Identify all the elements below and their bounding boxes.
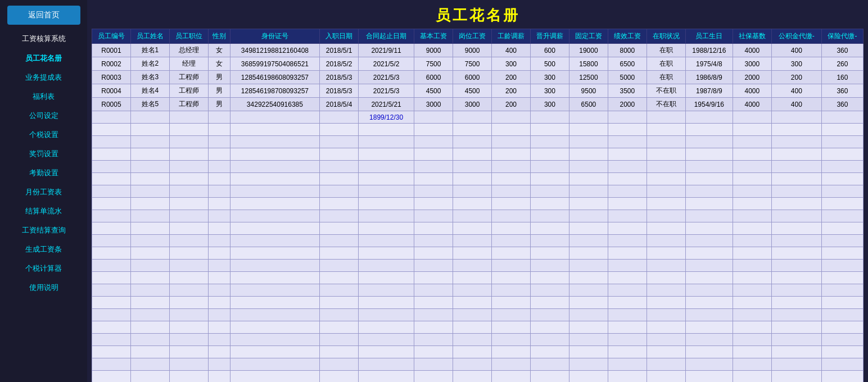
table-cell-empty xyxy=(92,284,131,297)
sidebar-item-3[interactable]: 公司设定 xyxy=(7,107,80,125)
table-cell-empty xyxy=(685,185,733,198)
table-cell-empty xyxy=(530,260,569,272)
sidebar-item-12[interactable]: 使用说明 xyxy=(7,279,80,297)
table-cell-empty xyxy=(359,198,414,210)
table-cell-empty xyxy=(208,124,230,136)
table-cell-empty xyxy=(608,309,647,321)
table-row-empty xyxy=(92,210,864,222)
table-cell: 总经理 xyxy=(169,44,208,57)
table-cell-empty xyxy=(130,247,169,260)
table-cell-empty xyxy=(530,161,569,173)
table-row-empty xyxy=(92,297,864,309)
sidebar-item-2[interactable]: 福利表 xyxy=(7,88,80,106)
table-cell-empty xyxy=(130,198,169,210)
title-bar: 员工花名册 xyxy=(87,0,868,29)
table-cell: 3000 xyxy=(733,57,771,71)
table-cell-empty xyxy=(169,136,208,148)
table-row[interactable]: R0004姓名4工程师男1285461987080932572018/5/320… xyxy=(92,84,864,98)
table-cell-empty xyxy=(414,358,453,371)
table-row[interactable]: R0005姓名5工程师男3429225409163852018/5/42021/… xyxy=(92,98,864,111)
table-wrapper[interactable]: 员工编号员工姓名员工职位性别身份证号入职日期合同起止日期基本工资岗位工资工龄调薪… xyxy=(87,29,868,382)
table-cell: 368599197504086521 xyxy=(230,57,319,71)
table-cell-empty xyxy=(821,346,863,358)
table-cell-empty xyxy=(569,185,608,198)
table-cell-empty xyxy=(569,247,608,260)
table-cell-empty xyxy=(169,260,208,272)
table-cell: 9500 xyxy=(569,84,608,98)
table-cell-empty xyxy=(453,222,492,235)
table-cell-empty xyxy=(530,334,569,346)
table-cell-empty xyxy=(733,136,771,148)
table-row-empty xyxy=(92,148,864,161)
table-cell: 男 xyxy=(208,71,230,84)
table-row[interactable]: R0001姓名1总经理女3498121988121604082018/5/120… xyxy=(92,44,864,57)
table-cell-empty xyxy=(647,321,685,334)
table-cell-empty xyxy=(492,260,531,272)
table-row[interactable]: R0002姓名2经理女3685991975040865212018/5/2202… xyxy=(92,57,864,71)
table-cell-empty xyxy=(733,173,771,185)
col-header-13: 在职状况 xyxy=(647,29,685,44)
table-cell: 男 xyxy=(208,84,230,98)
sidebar-item-8[interactable]: 结算单流水 xyxy=(7,202,80,220)
sidebar-item-9[interactable]: 工资结算查询 xyxy=(7,221,80,239)
table-row-empty xyxy=(92,272,864,284)
table-cell-empty xyxy=(359,210,414,222)
table-cell-empty xyxy=(821,148,863,161)
table-cell-empty xyxy=(230,173,319,185)
table-cell-empty xyxy=(492,161,531,173)
table-cell-empty xyxy=(530,346,569,358)
table-cell-empty xyxy=(771,185,821,198)
table-cell-empty xyxy=(771,358,821,371)
table-cell-empty xyxy=(414,309,453,321)
table-cell: 1987/8/9 xyxy=(685,84,733,98)
table-cell-empty xyxy=(771,371,821,383)
table-row-special: 1899/12/30 xyxy=(92,111,864,124)
table-cell-empty xyxy=(821,136,863,148)
table-cell-empty xyxy=(685,198,733,210)
sidebar-item-10[interactable]: 生成工资条 xyxy=(7,240,80,258)
table-cell-empty xyxy=(821,358,863,371)
table-cell-empty xyxy=(492,148,531,161)
table-cell-empty xyxy=(169,321,208,334)
table-cell: 1986/8/9 xyxy=(685,71,733,84)
table-cell-empty xyxy=(530,136,569,148)
table-cell-empty xyxy=(92,260,131,272)
table-cell-empty xyxy=(530,198,569,210)
col-header-10: 晋升调薪 xyxy=(530,29,569,44)
table-cell-empty xyxy=(608,124,647,136)
table-cell-empty xyxy=(208,247,230,260)
sidebar-item-4[interactable]: 个税设置 xyxy=(7,126,80,144)
table-cell: 128546198608093257 xyxy=(230,71,319,84)
home-button[interactable]: 返回首页 xyxy=(7,6,80,25)
sidebar-item-5[interactable]: 奖罚设置 xyxy=(7,145,80,163)
table-cell-empty xyxy=(92,222,131,235)
sidebar-item-11[interactable]: 个税计算器 xyxy=(7,260,80,278)
table-cell-empty xyxy=(359,260,414,272)
table-cell-empty xyxy=(208,309,230,321)
sidebar-item-6[interactable]: 考勤设置 xyxy=(7,164,80,182)
table-cell-empty xyxy=(92,334,131,346)
sidebar-item-1[interactable]: 业务提成表 xyxy=(7,69,80,87)
table-cell-empty xyxy=(821,222,863,235)
table-cell-empty xyxy=(130,272,169,284)
table-row[interactable]: R0003姓名3工程师男1285461986080932572018/5/320… xyxy=(92,71,864,84)
col-header-16: 公积金代缴- xyxy=(771,29,821,44)
table-row-empty xyxy=(92,371,864,383)
sidebar-item-7[interactable]: 月份工资表 xyxy=(7,183,80,201)
table-cell-empty xyxy=(733,321,771,334)
table-cell-empty xyxy=(530,148,569,161)
col-header-5: 入职日期 xyxy=(320,29,359,44)
table-cell-empty xyxy=(771,148,821,161)
table-cell-empty xyxy=(685,260,733,272)
table-cell: 200 xyxy=(492,84,531,98)
table-cell-empty xyxy=(453,334,492,346)
table-cell-empty xyxy=(685,161,733,173)
table-cell-empty xyxy=(647,148,685,161)
table-header: 员工编号员工姓名员工职位性别身份证号入职日期合同起止日期基本工资岗位工资工龄调薪… xyxy=(92,29,864,44)
table-cell-empty xyxy=(453,161,492,173)
table-cell-empty xyxy=(92,247,131,260)
table-cell: 5000 xyxy=(608,71,647,84)
table-cell: 姓名3 xyxy=(130,71,169,84)
table-cell: R0001 xyxy=(92,44,131,57)
sidebar-item-0[interactable]: 员工花名册 xyxy=(7,49,80,67)
